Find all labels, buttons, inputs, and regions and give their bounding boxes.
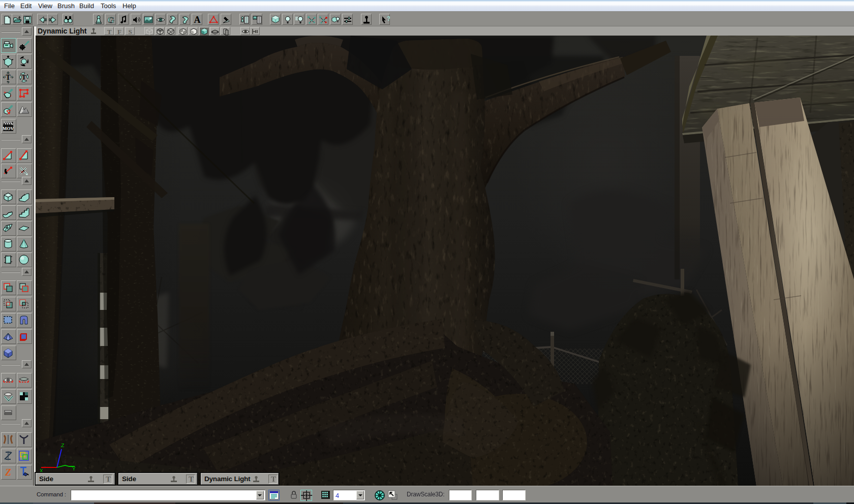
svg-text:?: ? (387, 15, 390, 22)
svg-text:Z: Z (5, 467, 11, 478)
svg-text:Z: Z (61, 443, 65, 449)
svg-text:A: A (194, 15, 201, 25)
svg-text:F: F (117, 28, 121, 36)
svg-text:T: T (6, 74, 11, 81)
svg-text:S: S (128, 28, 132, 36)
svg-text:G: G (107, 15, 114, 25)
svg-text:T: T (107, 28, 112, 36)
svg-text:Y: Y (72, 466, 76, 472)
svg-text:MOV: MOV (3, 126, 14, 131)
